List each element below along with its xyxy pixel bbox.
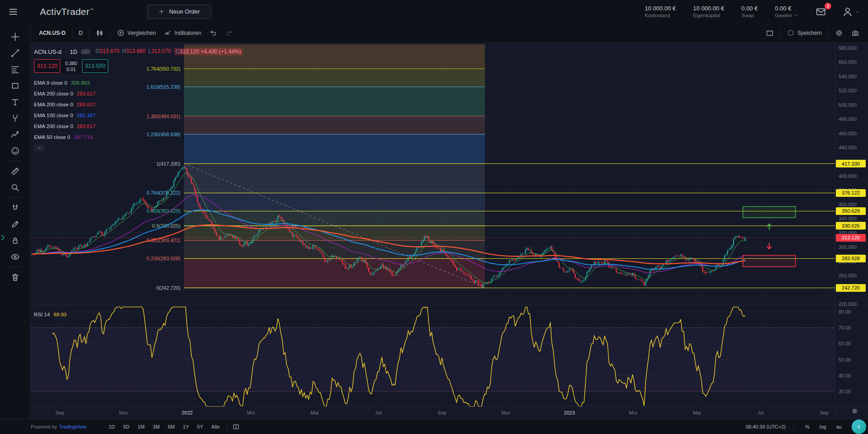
- range-1d-button[interactable]: 1D: [106, 422, 118, 431]
- legend-collapse-pill[interactable]: –: [81, 49, 91, 54]
- layout-icon: [766, 29, 774, 37]
- text-tool-button[interactable]: [5, 94, 25, 110]
- svg-text:50.00: 50.00: [839, 357, 851, 362]
- remove-drawings-button[interactable]: [5, 269, 25, 285]
- candles-icon: [96, 29, 104, 37]
- svg-text:220.000: 220.000: [839, 301, 857, 307]
- stop-zone[interactable]: [743, 243, 796, 267]
- save-layout-button[interactable]: Speichern: [783, 26, 826, 39]
- indicator-legend-list: EMA 9 close 0306.863 EMA 200 close 0283.…: [34, 77, 243, 143]
- spread-display: 0.380 0.01: [60, 59, 82, 73]
- auto-scale-button[interactable]: au: [834, 424, 844, 430]
- svg-text:Sep: Sep: [438, 410, 447, 415]
- new-order-button[interactable]: Neue Order: [147, 5, 211, 19]
- svg-text:Jul: Jul: [375, 410, 381, 415]
- high-value: 313.680: [126, 48, 145, 54]
- legend-symbol[interactable]: ACN.US-d: [34, 48, 62, 55]
- stat-gewinn[interactable]: 0.00 € Gewinn: [775, 5, 798, 18]
- fib-retracement-tool-button[interactable]: [5, 61, 25, 77]
- indicator-row[interactable]: EMA 50 close 0287.718: [34, 132, 243, 143]
- clock-label: 08:40:39 (UTC+2): [746, 424, 786, 429]
- indicator-row[interactable]: EMA 100 close 0282.487: [34, 110, 243, 121]
- indicator-value: 282.487: [77, 113, 96, 118]
- pencil-icon: [10, 219, 20, 229]
- percent-scale-button[interactable]: %: [802, 424, 812, 430]
- svg-text:400.000: 400.000: [839, 173, 857, 179]
- layout-button[interactable]: [762, 26, 778, 40]
- price-tag: 313.120: [836, 234, 866, 242]
- rsi-legend[interactable]: RSI 14 69.93: [34, 312, 67, 317]
- floating-action-button[interactable]: [852, 420, 866, 434]
- compare-label: Vergleichen: [127, 30, 156, 36]
- indicator-row[interactable]: EMA 200 close 0283.617: [34, 88, 243, 99]
- visibility-tool-button[interactable]: [5, 248, 25, 265]
- svg-text:Mrz: Mrz: [247, 410, 255, 415]
- trend-line-tool-button[interactable]: [5, 45, 25, 61]
- zoom-tool-button[interactable]: [5, 179, 25, 196]
- time-axis[interactable]: SepNov2022MrzMaiJulSepNov2023MrzMaiJulSe…: [55, 410, 829, 415]
- price-tag: 242.720: [836, 284, 866, 292]
- svg-text:242.720: 242.720: [842, 285, 860, 291]
- indicators-button[interactable]: Indikatoren: [160, 26, 205, 39]
- chart-settings-button[interactable]: [831, 26, 847, 40]
- panes-icon: [232, 423, 240, 430]
- trash-icon: [10, 272, 20, 282]
- log-scale-button[interactable]: log: [817, 424, 829, 430]
- svg-text:313.120: 313.120: [842, 235, 860, 240]
- range-1y-button[interactable]: 1Y: [180, 422, 192, 431]
- crosshair-tool-button[interactable]: [5, 29, 25, 45]
- range-1m-button[interactable]: 1M: [135, 422, 148, 431]
- indicator-row[interactable]: EMA 200 close 0283.617: [34, 99, 243, 110]
- panel-expand-chevron[interactable]: [0, 233, 5, 243]
- svg-text:Nov: Nov: [501, 410, 510, 415]
- high-label: H: [122, 48, 126, 54]
- redo-button[interactable]: [221, 26, 237, 39]
- draw-tool-button[interactable]: [5, 216, 25, 232]
- magnet-tool-button[interactable]: [5, 200, 25, 216]
- app-logo: ActivTrader™: [40, 6, 94, 17]
- target-zone[interactable]: [743, 206, 796, 230]
- price-tag: 350.629: [836, 207, 866, 215]
- chart-area[interactable]: 1.764(550.732)1.618(525.239)1.382(484.03…: [30, 43, 868, 419]
- indicator-row[interactable]: EMA 200 close 0283.617: [34, 121, 243, 132]
- emoji-tool-button[interactable]: [5, 143, 25, 159]
- forecast-tool-button[interactable]: [5, 126, 25, 143]
- shapes-tool-button[interactable]: [5, 77, 25, 94]
- user-avatar-button[interactable]: [840, 4, 862, 19]
- panes-button[interactable]: [231, 421, 241, 432]
- compare-button[interactable]: Vergleichen: [113, 26, 160, 39]
- interval-button[interactable]: D: [75, 27, 87, 39]
- collapse-indicators-button[interactable]: [34, 144, 45, 152]
- pitchfork-tool-button[interactable]: [5, 110, 25, 126]
- range-6m-button[interactable]: 6M: [164, 422, 178, 431]
- range-3m-button[interactable]: 3M: [149, 422, 163, 431]
- price-axis[interactable]: 580.000560.000540.000520.000500.000480.0…: [839, 45, 857, 394]
- range-5d-button[interactable]: 5D: [120, 422, 133, 431]
- range-5y-button[interactable]: 5Y: [194, 422, 206, 431]
- toolbar-separator: [72, 28, 72, 38]
- indicator-value: 283.617: [77, 91, 96, 96]
- svg-text:Sep: Sep: [55, 410, 64, 415]
- trend-line-icon: [10, 48, 20, 58]
- main-menu-button[interactable]: [6, 5, 20, 19]
- tradingview-link[interactable]: TradingView: [59, 424, 87, 429]
- indicator-row[interactable]: EMA 9 close 0306.863: [34, 77, 243, 88]
- chart-style-button[interactable]: [92, 26, 108, 40]
- spread-value: 0.380: [65, 61, 77, 66]
- bid-ask-widget: 313.120 0.380 0.01 313.500: [34, 59, 243, 73]
- range-alle-button[interactable]: Alle: [208, 422, 223, 431]
- buy-price-button[interactable]: 313.500: [82, 59, 108, 73]
- lock-tool-button[interactable]: [5, 232, 25, 248]
- notifications-mail-button[interactable]: 3: [814, 5, 828, 19]
- svg-text:Sep: Sep: [820, 410, 829, 415]
- ruler-tool-button[interactable]: [5, 163, 25, 179]
- symbol-button[interactable]: ACN.US-D: [35, 27, 70, 39]
- svg-text:60.00: 60.00: [839, 341, 851, 346]
- legend-interval[interactable]: 1D: [70, 48, 77, 55]
- sell-price-button[interactable]: 313.120: [34, 59, 60, 73]
- screenshot-button[interactable]: [847, 26, 863, 40]
- stat-kontostand: 10 000.00 € Kontostand: [645, 5, 676, 18]
- time-axis-settings-button[interactable]: [849, 407, 861, 416]
- stat-label: Gewinn: [775, 13, 792, 18]
- undo-button[interactable]: [205, 26, 221, 39]
